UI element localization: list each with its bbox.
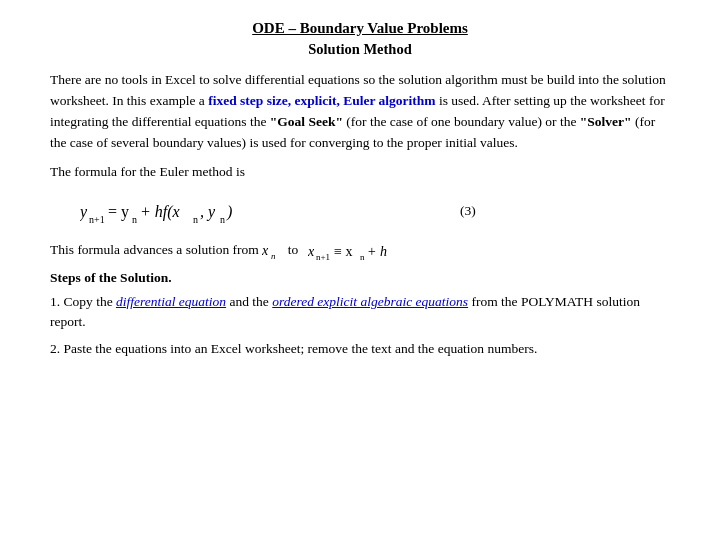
euler-formula-row: y n+1 = y n + hf(x n , y n ) (3)	[80, 193, 670, 229]
highlight-solver: "Solver"	[580, 114, 632, 129]
svg-text:n+1: n+1	[316, 252, 330, 262]
svg-text:y: y	[80, 203, 88, 221]
svg-text:n: n	[220, 214, 225, 225]
highlight-euler: fixed step size, explicit, Euler algorit…	[208, 93, 435, 108]
highlight-goal-seek: "Goal Seek"	[270, 114, 343, 129]
step1-text: 1. Copy the differential equation and th…	[50, 292, 670, 334]
intro-paragraph: There are no tools in Excel to solve dif…	[50, 70, 670, 154]
step2-text: 2. Paste the equations into an Excel wor…	[50, 339, 670, 360]
svg-text:n+1: n+1	[89, 214, 105, 225]
highlight-diff-eq: differential equation	[116, 294, 226, 309]
advance-var: x n	[262, 242, 288, 257]
svg-text:n: n	[360, 252, 365, 262]
svg-text:, y: , y	[200, 203, 216, 221]
advance-mid: to	[288, 242, 299, 257]
formula-number: (3)	[460, 203, 476, 219]
highlight-ordered-eq: ordered explicit algebraic equations	[272, 294, 468, 309]
svg-text:+ hf(x: + hf(x	[140, 203, 180, 221]
svg-text:n: n	[193, 214, 198, 225]
svg-text:+ h: + h	[367, 244, 387, 259]
step1-pre: 1. Copy the	[50, 294, 113, 309]
advance-text: This formula advances a solution from x …	[50, 239, 670, 262]
svg-text:x: x	[262, 243, 269, 258]
intro-text-3: (for the case of one boundary value) or …	[343, 114, 580, 129]
advance-formula: x n+1 ≡ x n + h	[308, 240, 418, 262]
svg-text:≡ x: ≡ x	[334, 244, 352, 259]
step1-mid: and the	[229, 294, 272, 309]
euler-intro-text: The formula for the Euler method is	[50, 162, 670, 183]
sub-title: Solution Method	[50, 41, 670, 58]
main-title: ODE – Boundary Value Problems	[50, 20, 670, 37]
page-container: ODE – Boundary Value Problems Solution M…	[0, 0, 720, 540]
svg-text:x: x	[308, 244, 315, 259]
svg-text:= y: = y	[108, 203, 129, 221]
steps-header: Steps of the Solution.	[50, 270, 670, 286]
advance-pre: This formula advances a solution from	[50, 242, 259, 257]
svg-text:n: n	[132, 214, 137, 225]
svg-text:): )	[226, 203, 232, 221]
euler-formula: y n+1 = y n + hf(x n , y n )	[80, 193, 280, 229]
svg-text:n: n	[271, 251, 276, 260]
